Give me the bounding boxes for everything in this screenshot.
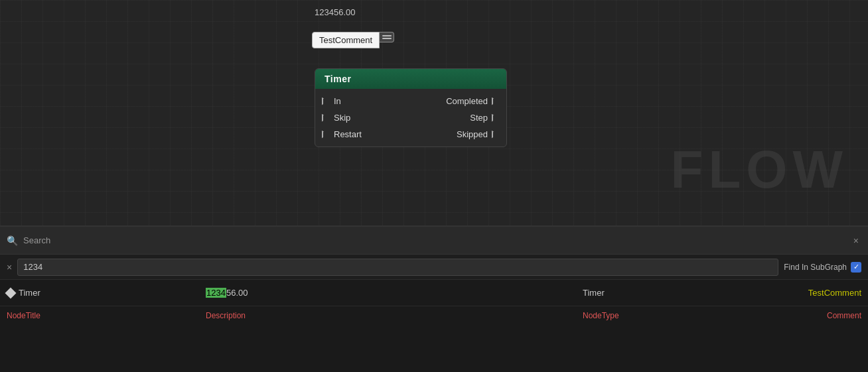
find-subgraph-checkbox[interactable]: ✓ — [851, 262, 861, 273]
description-suffix: 56.00 — [226, 288, 248, 298]
diamond-icon — [5, 287, 17, 298]
timer-node-header: Timer — [315, 69, 506, 89]
search-row: × Find In SubGraph ✓ — [0, 255, 868, 280]
find-subgraph-label: Find In SubGraph — [784, 263, 847, 272]
pin-skipped[interactable]: Skipped — [457, 129, 500, 139]
pin-step-label: Step — [470, 113, 488, 123]
col-header-node-title: NodeTitle — [7, 311, 206, 320]
bottom-panel: 🔍 Search × × Find In SubGraph ✓ Timer 12… — [0, 225, 868, 372]
comment-pin-line-1 — [382, 35, 392, 36]
search-label: Search — [23, 235, 845, 245]
canvas-area[interactable]: FLOW 123456.00 TestComment Timer In Comp… — [0, 0, 868, 225]
description-highlight: 1234 — [206, 288, 226, 298]
node-number: 123456.00 — [315, 7, 355, 17]
col-header-comment: Comment — [729, 311, 861, 320]
timer-node-row-3: Restart Skipped — [315, 126, 506, 143]
pin-step[interactable]: Step — [470, 113, 500, 123]
search-icon: 🔍 — [7, 235, 18, 246]
timer-node-row-2: Skip Step — [315, 109, 506, 126]
pin-restart-label: Restart — [334, 129, 362, 139]
search-clear-button[interactable]: × — [7, 262, 12, 273]
col-node-title-cell: Timer — [7, 288, 206, 298]
timer-node[interactable]: Timer In Completed Skip — [315, 68, 507, 147]
table-header-row: NodeTitle Description NodeType Comment — [0, 306, 868, 325]
comment-pin-line-2 — [382, 38, 392, 39]
table-row[interactable]: Timer 123456.00 Timer TestComment — [0, 280, 868, 306]
pin-completed-label: Completed — [446, 96, 488, 106]
pin-skip[interactable]: Skip — [322, 113, 350, 123]
exec-pin-restart — [322, 131, 330, 139]
comment-value: TestComment — [312, 32, 380, 48]
col-description-cell: 123456.00 — [206, 288, 583, 298]
pin-skipped-label: Skipped — [457, 129, 488, 139]
timer-node-row-1: In Completed — [315, 93, 506, 109]
exec-pin-step — [492, 114, 500, 122]
col-node-type-cell: Timer — [583, 288, 729, 298]
pin-restart[interactable]: Restart — [322, 129, 362, 139]
col-header-description: Description — [206, 311, 583, 320]
exec-pin-skipped — [492, 131, 500, 139]
exec-pin-skip — [322, 114, 330, 122]
timer-node-body: In Completed Skip Step — [315, 89, 506, 147]
search-close-button[interactable]: × — [851, 234, 861, 247]
col-header-node-type: NodeType — [583, 311, 729, 320]
exec-pin-completed — [492, 97, 500, 105]
pin-in[interactable]: In — [322, 96, 341, 106]
comment-bubble[interactable]: TestComment — [312, 32, 394, 48]
pin-in-label: In — [334, 96, 341, 106]
node-title-value: Timer — [19, 288, 40, 298]
col-comment-cell: TestComment — [729, 288, 861, 298]
flow-watermark: FLOW — [671, 139, 848, 200]
results-table: Timer 123456.00 Timer TestComment NodeTi… — [0, 280, 868, 325]
search-bar[interactable]: 🔍 Search × — [0, 227, 868, 255]
pin-skip-label: Skip — [334, 113, 350, 123]
find-subgraph-wrap: Find In SubGraph ✓ — [784, 262, 861, 273]
exec-pin-in — [322, 97, 330, 105]
comment-pin — [380, 32, 394, 42]
search-input[interactable] — [17, 259, 778, 276]
pin-completed[interactable]: Completed — [446, 96, 500, 106]
